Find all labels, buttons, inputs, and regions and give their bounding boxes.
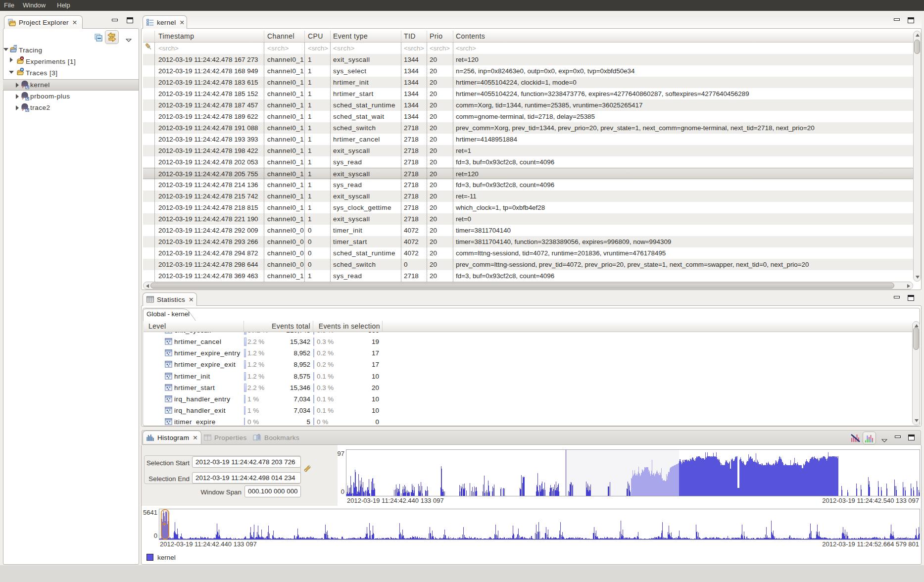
svg-text:T: T [14,45,16,48]
